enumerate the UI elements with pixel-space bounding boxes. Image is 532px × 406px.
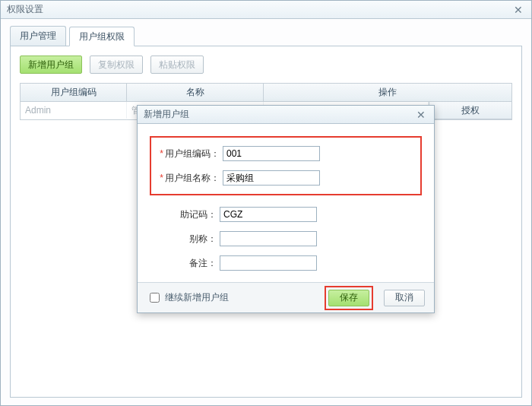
- label-mnemonic: 助记码：: [150, 208, 217, 221]
- cell-code: Admin: [21, 102, 127, 119]
- authorize-button[interactable]: 授权: [429, 101, 512, 119]
- input-group-code[interactable]: [223, 146, 320, 161]
- row-group-code: *用户组编码：: [156, 142, 416, 165]
- row-alias: 别称：: [150, 227, 422, 250]
- save-highlight: 保存: [325, 286, 373, 310]
- add-group-dialog: 新增用户组 ✕ *用户组编码： *用户组名称： 助记码：: [137, 105, 435, 313]
- dialog-title: 新增用户组: [144, 108, 189, 121]
- input-mnemonic[interactable]: [220, 207, 317, 222]
- tabbar: 用户管理 用户组权限: [10, 27, 522, 46]
- paste-permissions-button[interactable]: 粘贴权限: [150, 56, 204, 74]
- cancel-button[interactable]: 取消: [384, 290, 425, 306]
- save-button[interactable]: 保存: [328, 290, 369, 306]
- input-remark[interactable]: [220, 255, 317, 271]
- tab-group-permissions[interactable]: 用户组权限: [69, 27, 135, 46]
- col-header-op: 操作: [264, 84, 512, 102]
- input-alias[interactable]: [220, 231, 317, 246]
- label-remark: 备注：: [150, 257, 217, 270]
- continue-add-checkbox[interactable]: 继续新增用户组: [147, 290, 229, 305]
- copy-permissions-button[interactable]: 复制权限: [90, 56, 143, 74]
- window-title: 权限设置: [7, 3, 43, 16]
- dialog-footer: 继续新增用户组 保存 取消: [138, 282, 434, 312]
- input-group-name[interactable]: [223, 170, 320, 186]
- label-alias: 别称：: [150, 233, 217, 246]
- add-group-button[interactable]: 新增用户组: [20, 56, 82, 74]
- table-header: 用户组编码 名称 操作: [21, 84, 512, 102]
- toolbar: 新增用户组 复制权限 粘贴权限: [20, 56, 512, 74]
- tab-user-management[interactable]: 用户管理: [10, 26, 66, 46]
- label-group-code: *用户组编码：: [156, 147, 220, 160]
- dialog-titlebar: 新增用户组 ✕: [138, 106, 434, 124]
- continue-add-label: 继续新增用户组: [165, 291, 229, 304]
- col-header-code: 用户组编码: [21, 84, 127, 102]
- row-mnemonic: 助记码：: [150, 203, 422, 226]
- label-group-name: *用户组名称：: [156, 172, 220, 185]
- close-icon[interactable]: ✕: [511, 4, 525, 16]
- dialog-close-icon[interactable]: ✕: [414, 109, 428, 121]
- continue-add-checkbox-input[interactable]: [150, 293, 160, 303]
- row-group-name: *用户组名称：: [156, 167, 416, 189]
- window-titlebar: 权限设置 ✕: [1, 1, 531, 19]
- required-fields-highlight: *用户组编码： *用户组名称：: [150, 136, 422, 195]
- col-header-name: 名称: [127, 84, 264, 102]
- row-remark: 备注：: [150, 252, 422, 274]
